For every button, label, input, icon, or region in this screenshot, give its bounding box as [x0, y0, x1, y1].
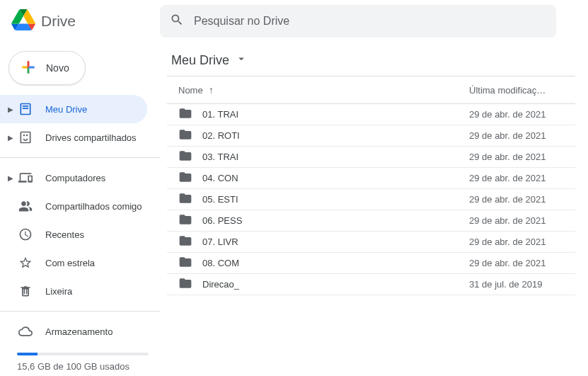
file-name: 02. ROTI — [202, 130, 469, 141]
app-header: Drive — [0, 0, 588, 42]
chevron-right-icon: ▶ — [4, 134, 17, 142]
breadcrumb[interactable]: Meu Drive — [167, 52, 575, 76]
logo-area[interactable]: Drive — [11, 9, 160, 33]
sidebar: Novo ▶ Meu Drive ▶ Drives compartilhados… — [0, 42, 160, 376]
divider — [0, 311, 160, 312]
file-modified: 29 de abr. de 2021 — [469, 109, 575, 120]
file-modified: 29 de abr. de 2021 — [469, 152, 575, 162]
recent-icon — [17, 227, 34, 241]
sidebar-item-label: Computadores — [45, 173, 105, 183]
sidebar-item-shared-with-me[interactable]: Compartilhados comigo — [0, 192, 147, 220]
column-header-modified[interactable]: Última modificaç… — [469, 85, 575, 96]
app-name: Drive — [41, 13, 76, 30]
folder-icon — [178, 106, 192, 123]
shared-icon — [17, 199, 34, 213]
content-area: Meu Drive Nome ↑ Última modificaç… 01. T… — [160, 42, 588, 376]
sidebar-item-label: Armazenamento — [45, 326, 113, 337]
folder-icon — [178, 170, 192, 186]
folder-icon — [178, 149, 192, 165]
search-input[interactable] — [194, 15, 546, 28]
file-name: 01. TRAI — [202, 109, 469, 120]
search-icon — [170, 13, 184, 30]
storage-progress-bar — [17, 353, 149, 355]
my-drive-icon — [17, 102, 34, 116]
file-name: 07. LIVR — [202, 237, 469, 247]
table-row[interactable]: 05. ESTI29 de abr. de 2021 — [167, 189, 575, 210]
file-list: 01. TRAI29 de abr. de 202102. ROTI29 de … — [167, 104, 575, 295]
chevron-right-icon: ▶ — [4, 106, 17, 113]
sidebar-item-computers[interactable]: ▶ Computadores — [0, 164, 147, 192]
breadcrumb-current: Meu Drive — [171, 53, 229, 68]
sidebar-item-trash[interactable]: Lixeira — [0, 277, 147, 305]
table-row[interactable]: Direcao_31 de jul. de 2019 — [167, 274, 575, 295]
file-name: 06. PESS — [202, 215, 469, 226]
table-row[interactable]: 02. ROTI29 de abr. de 2021 — [167, 125, 575, 147]
new-button[interactable]: Novo — [8, 51, 86, 85]
file-name: 03. TRAI — [202, 152, 469, 162]
file-modified: 29 de abr. de 2021 — [469, 130, 575, 141]
sort-ascending-icon: ↑ — [209, 84, 214, 96]
divider — [0, 157, 160, 158]
storage-used-text: 15,6 GB de 100 GB usados — [17, 361, 149, 372]
drive-logo-icon — [11, 9, 35, 33]
sidebar-item-storage[interactable]: Armazenamento — [0, 317, 147, 346]
folder-icon — [178, 127, 192, 144]
sidebar-item-shared-drives[interactable]: ▶ Drives compartilhados — [0, 123, 147, 152]
sidebar-item-label: Meu Drive — [45, 104, 87, 115]
table-row[interactable]: 01. TRAI29 de abr. de 2021 — [167, 104, 575, 125]
caret-down-icon — [235, 52, 248, 69]
sidebar-item-starred[interactable]: Com estrela — [0, 249, 147, 277]
folder-icon — [178, 191, 192, 207]
file-modified: 29 de abr. de 2021 — [469, 258, 575, 268]
sidebar-item-recent[interactable]: Recentes — [0, 220, 147, 249]
file-modified: 29 de abr. de 2021 — [469, 173, 575, 183]
storage-block: 15,6 GB de 100 GB usados Comprar armazen… — [0, 346, 160, 376]
computers-icon — [17, 171, 34, 185]
new-button-label: Novo — [46, 62, 69, 74]
file-name: 08. COM — [202, 258, 469, 268]
folder-icon — [178, 234, 192, 250]
sidebar-item-label: Compartilhados comigo — [45, 201, 142, 212]
shared-drives-icon — [17, 130, 34, 144]
file-modified: 29 de abr. de 2021 — [469, 215, 575, 226]
file-modified: 29 de abr. de 2021 — [469, 237, 575, 247]
table-row[interactable]: 06. PESS29 de abr. de 2021 — [167, 210, 575, 232]
plus-icon — [19, 58, 38, 79]
table-row[interactable]: 03. TRAI29 de abr. de 2021 — [167, 147, 575, 168]
chevron-right-icon: ▶ — [4, 174, 17, 182]
column-header-name[interactable]: Nome ↑ — [167, 84, 469, 96]
folder-icon — [178, 255, 192, 271]
sidebar-item-my-drive[interactable]: ▶ Meu Drive — [0, 95, 147, 123]
table-row[interactable]: 04. CON29 de abr. de 2021 — [167, 168, 575, 189]
sidebar-item-label: Com estrela — [45, 258, 95, 268]
folder-icon — [178, 212, 192, 229]
folder-icon — [178, 276, 192, 292]
file-name: Direcao_ — [202, 279, 469, 290]
file-modified: 29 de abr. de 2021 — [469, 194, 575, 205]
search-bar[interactable] — [160, 5, 556, 38]
trash-icon — [17, 284, 34, 298]
sidebar-item-label: Lixeira — [45, 286, 72, 297]
table-header: Nome ↑ Última modificaç… — [167, 76, 575, 104]
sidebar-item-label: Drives compartilhados — [45, 132, 137, 143]
table-row[interactable]: 07. LIVR29 de abr. de 2021 — [167, 232, 575, 253]
storage-progress-fill — [17, 353, 38, 355]
file-name: 05. ESTI — [202, 194, 469, 205]
file-modified: 31 de jul. de 2019 — [469, 279, 575, 290]
file-name: 04. CON — [202, 173, 469, 183]
star-icon — [17, 256, 34, 270]
cloud-icon — [17, 324, 34, 338]
table-row[interactable]: 08. COM29 de abr. de 2021 — [167, 253, 575, 274]
sidebar-item-label: Recentes — [45, 229, 84, 240]
